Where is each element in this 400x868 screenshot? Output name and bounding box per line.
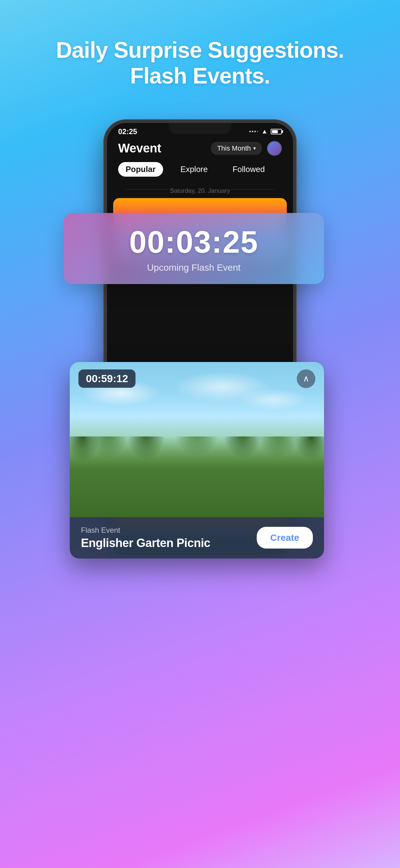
date-separator: Saturday, 20. January [107,181,293,198]
month-filter-button[interactable]: This Month ▾ [211,142,262,155]
flash-event-card: 00:59:12 ∧ Flash Event Englisher Garten … [70,362,324,558]
chevron-down-icon: ▾ [253,145,256,151]
status-right: ▲ [249,128,282,135]
flash-card-info: Flash Event Englisher Garten Picnic Crea… [70,517,324,558]
create-event-button[interactable]: Create [257,527,313,549]
app-header: Wevent This Month ▾ [107,136,293,160]
navigation-tabs: Popular Explore Followed [107,160,293,181]
collapse-button[interactable]: ∧ [297,369,315,388]
tab-popular[interactable]: Popular [118,162,163,177]
flash-banner: 00:03:25 Upcoming Flash Event [64,213,324,284]
wifi-icon: ▲ [261,128,268,135]
phone-mockup: 00:03:25 Upcoming Flash Event 00:59:12 ∧… [82,120,318,710]
hero-title: Daily Surprise Suggestions. Flash Events… [31,37,369,89]
flash-card-text: Flash Event Englisher Garten Picnic [81,526,210,550]
status-time: 02:25 [118,127,137,136]
user-avatar[interactable] [267,141,282,156]
tab-explore[interactable]: Explore [173,162,215,177]
signal-dots [249,131,258,132]
flash-event-type-label: Flash Event [81,526,210,535]
month-filter-label: This Month [217,144,251,152]
page-wrapper: Daily Surprise Suggestions. Flash Events… [0,0,400,710]
battery-icon [271,129,282,134]
flash-banner-label: Upcoming Flash Event [82,262,305,273]
header-right: This Month ▾ [211,141,282,156]
tab-followed[interactable]: Followed [225,162,272,177]
flash-countdown-timer: 00:03:25 [82,224,305,260]
flash-card-countdown: 00:59:12 [78,369,135,388]
phone-notch [169,123,231,134]
flash-event-name: Englisher Garten Picnic [81,536,210,550]
app-name: Wevent [118,141,161,155]
